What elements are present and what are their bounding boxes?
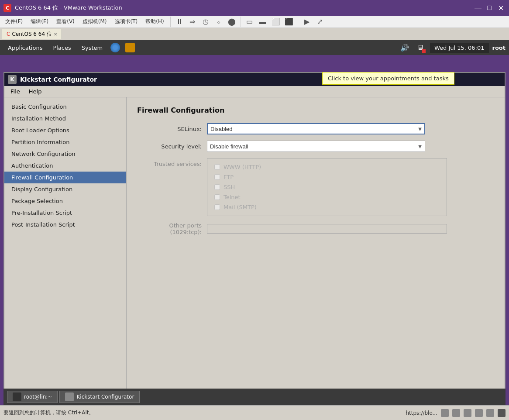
snapshot3-button[interactable]: ⬤ <box>226 16 238 28</box>
service-mail-label: Mail (SMTP) <box>224 204 257 210</box>
other-ports-row: Other ports (1029:tcp): <box>137 222 494 235</box>
trusted-services-box: WWW (HTTP) FTP SSH Telnet <box>207 158 447 216</box>
view2-button[interactable]: ▬ <box>257 16 269 28</box>
gnome-panel: Applications Places System 🔊 🖥 Wed Jul 1… <box>0 40 509 55</box>
sidebar-item-partition-information[interactable]: Partition Information <box>4 136 126 148</box>
selinux-row: SELinux: Disabled Enforcing Permissive <box>137 123 494 134</box>
sidebar-item-network-configuration[interactable]: Network Configuration <box>4 148 126 160</box>
other-ports-label: Other ports (1029:tcp): <box>137 222 207 235</box>
gnome-menu-applications[interactable]: Applications <box>3 43 47 53</box>
service-mail-row: Mail (SMTP) <box>211 202 443 212</box>
maximize-button[interactable]: □ <box>485 3 494 13</box>
app-menu-file[interactable]: File <box>6 87 24 96</box>
security-level-select-wrap: Disable firewall Enable firewall <box>207 141 425 152</box>
separator2 <box>241 17 241 27</box>
terminal-icon <box>13 392 21 401</box>
app-menu-help[interactable]: Help <box>24 87 46 96</box>
status-icon-1 <box>441 409 449 417</box>
service-telnet-checkbox[interactable] <box>214 194 220 200</box>
status-icon-2 <box>452 409 460 417</box>
sidebar-item-post-installation-script[interactable]: Post-Installation Script <box>4 219 126 231</box>
app-title: Kickstart Configurator <box>20 76 97 83</box>
taskbar-terminal-label: root@lin:~ <box>24 394 52 400</box>
sidebar-item-boot-loader-options[interactable]: Boot Loader Options <box>4 124 126 136</box>
other-ports-input[interactable] <box>207 224 447 234</box>
tooltip-text: Click to view your appointments and task… <box>328 75 449 82</box>
main-panel: Firewall Configuration SELinux: Disabled… <box>127 97 505 390</box>
selinux-select-wrap: Disabled Enforcing Permissive <box>207 123 425 134</box>
service-www-row: WWW (HTTP) <box>211 162 443 172</box>
service-mail-checkbox[interactable] <box>214 204 220 210</box>
menu-file[interactable]: 文件(F) <box>2 17 26 26</box>
pause-button[interactable]: ⏸ <box>173 16 186 28</box>
tab-label: CentOS 6 64 位 <box>12 31 52 38</box>
terminal-button[interactable]: ▶ <box>301 16 313 28</box>
menu-tabs[interactable]: 选项卡(T) <box>111 17 141 26</box>
gnome-menu-places[interactable]: Places <box>48 43 75 53</box>
sidebar-item-authentication[interactable]: Authentication <box>4 160 126 172</box>
fullscreen-button[interactable]: ⤢ <box>314 16 326 28</box>
appointment-tooltip: Click to view your appointments and task… <box>322 72 454 85</box>
view4-button[interactable]: ⬛ <box>283 16 295 28</box>
service-ftp-checkbox[interactable] <box>214 174 220 180</box>
service-ssh-row: SSH <box>211 182 443 192</box>
section-title: Firewall Configuration <box>137 106 494 114</box>
vm-tab[interactable]: C CentOS 6 64 位 ✕ <box>2 29 62 39</box>
globe-icon <box>110 43 120 52</box>
service-ssh-label: SSH <box>224 184 235 190</box>
snapshot2-button[interactable]: ⬦ <box>213 16 225 28</box>
close-button[interactable]: ✕ <box>496 3 506 13</box>
tab-icon: C <box>7 31 10 37</box>
window-title: CentOS 6 64 位 - VMware Workstation <box>15 4 122 12</box>
taskbar-kickstart-label: Kickstart Configurator <box>76 394 134 400</box>
tab-close-button[interactable]: ✕ <box>54 32 57 37</box>
minimize-button[interactable]: — <box>473 3 483 13</box>
app-content: Basic Configuration Installation Method … <box>4 97 505 390</box>
view3-button[interactable]: ⬜ <box>270 16 282 28</box>
selinux-label: SELinux: <box>137 126 207 132</box>
volume-icon[interactable]: 🔊 <box>399 41 411 54</box>
menu-vm[interactable]: 虚拟机(M) <box>79 17 110 26</box>
app-menubar: File Help <box>4 86 505 97</box>
status-icon-5 <box>486 409 494 417</box>
status-hint: 要返回到您的计算机，请按 Ctrl+Alt。 <box>3 409 94 417</box>
menu-view[interactable]: 查看(V) <box>53 17 78 26</box>
sidebar-item-display-configuration[interactable]: Display Configuration <box>4 183 126 195</box>
send-button[interactable]: ⇒ <box>186 16 199 28</box>
view1-button[interactable]: ▭ <box>244 16 256 28</box>
menu-help[interactable]: 帮助(H) <box>142 17 167 26</box>
kickstart-icon <box>65 392 74 401</box>
taskbar: root@lin:~ Kickstart Configurator <box>3 389 506 405</box>
trusted-services-row: Trusted services: WWW (HTTP) FTP SSH <box>137 158 494 216</box>
clock-display[interactable]: Wed Jul 15, 06:01 <box>430 43 489 53</box>
sidebar-item-firewall-configuration[interactable]: Firewall Configuration <box>4 172 126 183</box>
network-icon[interactable]: 🖥 <box>414 41 426 54</box>
security-level-select[interactable]: Disable firewall Enable firewall <box>207 141 425 152</box>
fedora-icon <box>125 43 135 52</box>
sidebar-item-installation-method[interactable]: Installation Method <box>4 113 126 124</box>
service-telnet-row: Telnet <box>211 192 443 202</box>
status-right: https://blo... <box>406 409 506 417</box>
sidebar-item-package-selection[interactable]: Package Selection <box>4 195 126 207</box>
service-www-label: WWW (HTTP) <box>224 164 261 170</box>
security-level-label: Security level: <box>137 143 207 150</box>
menu-edit[interactable]: 编辑(E) <box>27 17 52 26</box>
service-ssh-checkbox[interactable] <box>214 184 220 190</box>
status-url: https://blo... <box>406 410 437 416</box>
taskbar-kickstart[interactable]: Kickstart Configurator <box>59 391 140 403</box>
taskbar-terminal[interactable]: root@lin:~ <box>7 391 58 403</box>
separator <box>170 17 171 27</box>
sidebar-item-pre-installation-script[interactable]: Pre-Installation Script <box>4 207 126 219</box>
sidebar-item-basic-configuration[interactable]: Basic Configuration <box>4 101 126 113</box>
kickstart-window: K Kickstart Configurator File Help Basic… <box>3 72 506 391</box>
separator3 <box>298 17 298 27</box>
snapshot1-button[interactable]: ◷ <box>199 16 212 28</box>
status-icon-6 <box>498 409 506 417</box>
service-www-checkbox[interactable] <box>214 164 220 170</box>
vmware-menubar: 文件(F) 编辑(E) 查看(V) 虚拟机(M) 选项卡(T) 帮助(H) ⏸ … <box>0 16 509 28</box>
vmware-icon: C <box>3 4 11 12</box>
trusted-services-label: Trusted services: <box>137 158 207 167</box>
service-telnet-label: Telnet <box>224 194 241 200</box>
selinux-select[interactable]: Disabled Enforcing Permissive <box>207 123 425 134</box>
gnome-menu-system[interactable]: System <box>77 43 107 53</box>
